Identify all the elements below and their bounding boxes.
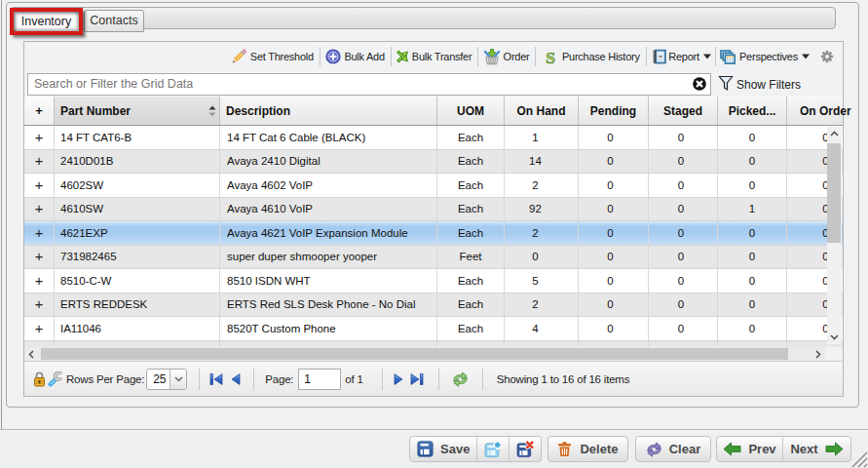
svg-text:S: S	[547, 49, 555, 65]
